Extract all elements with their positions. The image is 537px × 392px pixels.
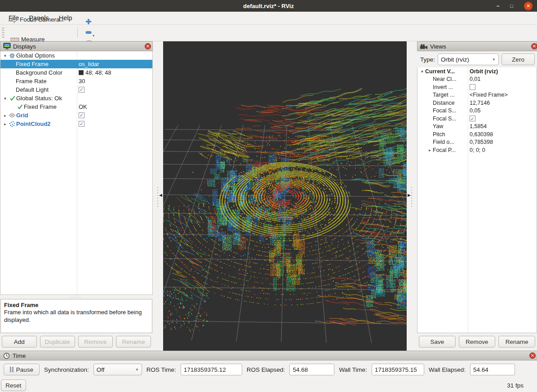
viewport-container	[163, 41, 407, 351]
value-text: 30	[79, 78, 85, 85]
close-window-button[interactable]: ✕	[524, 2, 533, 10]
property-value[interactable]: 48; 48; 48	[79, 69, 111, 76]
property-value[interactable]: ✓	[79, 87, 84, 93]
views-row-yaw[interactable]: Yaw1,5854	[417, 123, 537, 131]
value-text: <Fixed Frame>	[470, 92, 508, 98]
property-label: Frame Rate	[16, 78, 47, 85]
views-row-current-v[interactable]: ▾Current V...Orbit (rviz)	[417, 67, 537, 76]
views-row-invert[interactable]: Invert ...	[417, 83, 537, 91]
zero-button[interactable]: Zero	[501, 53, 535, 65]
property-value[interactable]: 12,7146	[470, 100, 490, 106]
checked-checkbox[interactable]: ✓	[79, 121, 84, 127]
displays-row-default-light[interactable]: Default Light✓	[0, 85, 152, 94]
focus-camera-tool-button[interactable]: Focus Camera	[6, 13, 73, 26]
toolbar: Interact Move Camera Select Focus Camera…	[0, 25, 537, 41]
checked-checkbox[interactable]: ✓	[79, 87, 84, 93]
property-value[interactable]: 0,630398	[470, 131, 493, 138]
reset-button[interactable]: Reset	[1, 379, 26, 391]
property-value[interactable]	[470, 84, 475, 90]
views-icon	[420, 44, 428, 49]
time-bottom-row: Reset 31 fps	[0, 379, 537, 391]
displays-splitter-handle[interactable]: ·····	[0, 295, 153, 299]
expander-icon[interactable]: ▸	[2, 122, 8, 126]
property-value[interactable]: ✓	[79, 112, 84, 118]
displays-row-grid[interactable]: ▸Grid✓	[0, 111, 152, 120]
property-value[interactable]: ✓	[470, 116, 475, 121]
toolbar-grip[interactable]	[2, 27, 4, 39]
splitter-grip[interactable]	[411, 186, 413, 207]
property-label: Near Cl...	[433, 76, 457, 82]
value-text: Orbit (rviz)	[470, 68, 498, 75]
views-row-target[interactable]: Target ...<Fixed Frame>	[417, 91, 537, 99]
property-value[interactable]: 0,785398	[470, 139, 493, 145]
wall-elapsed-field[interactable]: 54.64	[470, 364, 515, 375]
checked-checkbox[interactable]: ✓	[79, 112, 84, 118]
displays-viewport-splitter[interactable]: ◀	[153, 41, 163, 351]
view-type-row: Type: Orbit (rviz) ▼ Zero	[417, 51, 537, 67]
value-text: 0; 0; 0	[470, 147, 485, 153]
property-value[interactable]: 30	[79, 78, 85, 85]
views-save-button[interactable]: Save	[419, 336, 456, 347]
unchecked-checkbox[interactable]	[470, 84, 475, 90]
displays-close-icon[interactable]: ✕	[145, 43, 151, 49]
add-tool-button[interactable]	[82, 17, 98, 28]
expander-icon[interactable]: ▾	[2, 53, 8, 58]
splitter-grip[interactable]	[157, 186, 159, 207]
maximize-button[interactable]: □	[510, 4, 513, 9]
wall-time-label: Wall Time:	[339, 366, 367, 373]
views-row-focal-p[interactable]: ▸Focal P...0; 0; 0	[417, 146, 537, 154]
view-type-value: Orbit (rviz)	[441, 56, 489, 63]
time-close-icon[interactable]: ✕	[529, 352, 536, 359]
views-close-icon[interactable]: ✕	[531, 43, 537, 49]
pointcloud-icon	[8, 121, 16, 127]
ros-time-field[interactable]: 1718359375.12	[181, 364, 242, 375]
views-row-pitch[interactable]: Pitch0,630398	[417, 130, 537, 138]
property-value[interactable]: ✓	[79, 121, 84, 127]
collapse-left-icon[interactable]: ◀	[159, 193, 162, 197]
value-text: 0,630398	[470, 131, 493, 138]
property-value[interactable]: Orbit (rviz)	[470, 68, 498, 75]
displays-row-frame-rate[interactable]: Frame Rate30	[0, 77, 152, 85]
displays-row-global-status-ok[interactable]: ▾Global Status: Ok	[0, 94, 152, 102]
property-label: Pitch	[433, 131, 445, 138]
property-value[interactable]: 0; 0; 0	[470, 147, 485, 153]
sync-select[interactable]: Off ▼	[93, 364, 142, 375]
views-row-focal-s[interactable]: Focal S...✓	[417, 115, 537, 123]
gear-icon	[8, 53, 16, 59]
collapse-right-icon[interactable]: ▶	[408, 193, 411, 197]
displays-row-global-options[interactable]: ▾Global Options	[0, 51, 152, 60]
displays-row-fixed-frame[interactable]: Fixed FrameOK	[0, 102, 152, 111]
property-label: Focal P...	[433, 147, 456, 153]
displays-panel-title: Displays	[13, 43, 142, 50]
expander-icon[interactable]: ▸	[427, 148, 433, 152]
expander-icon[interactable]: ▾	[419, 69, 425, 74]
pause-button[interactable]: Pause	[4, 364, 40, 375]
displays-row-fixed-frame[interactable]: Fixed Frameos_lidar	[0, 60, 152, 68]
time-panel-title: Time	[13, 352, 527, 359]
displays-row-pointcloud2[interactable]: ▸PointCloud2✓	[0, 120, 152, 128]
3d-viewport[interactable]	[163, 41, 407, 350]
views-rename-button[interactable]: Rename	[498, 336, 535, 347]
displays-row-background-color[interactable]: Background Color48; 48; 48	[0, 68, 152, 77]
views-row-near-cl[interactable]: Near Cl...0,01	[417, 76, 537, 84]
property-value[interactable]: OK	[79, 103, 87, 110]
displays-add-button[interactable]: Add	[2, 336, 37, 347]
views-row-field-o[interactable]: Field o...0,785398	[417, 138, 537, 147]
property-value[interactable]: 1,5854	[470, 123, 487, 129]
expander-icon[interactable]: ▸	[2, 113, 8, 118]
views-row-focal-s[interactable]: Focal S...0,05	[417, 107, 537, 115]
views-row-distance[interactable]: Distance12,7146	[417, 99, 537, 107]
property-value[interactable]: 0,05	[470, 107, 480, 114]
property-value[interactable]: <Fixed Frame>	[470, 92, 508, 98]
minimize-button[interactable]: –	[497, 3, 500, 9]
property-value[interactable]: os_lidar	[79, 61, 99, 67]
expander-icon[interactable]: ▾	[2, 96, 8, 101]
remove-tool-button[interactable]: ▾	[82, 28, 98, 39]
property-value[interactable]: 0,01	[470, 76, 480, 82]
wall-time-field[interactable]: 1718359375.15	[372, 364, 424, 375]
view-type-select[interactable]: Orbit (rviz) ▼	[438, 53, 499, 65]
ros-elapsed-field[interactable]: 54.68	[289, 364, 334, 375]
views-remove-button[interactable]: Remove	[459, 336, 496, 347]
checked-checkbox[interactable]: ✓	[470, 116, 475, 121]
viewport-views-splitter[interactable]: ▶	[407, 41, 417, 351]
